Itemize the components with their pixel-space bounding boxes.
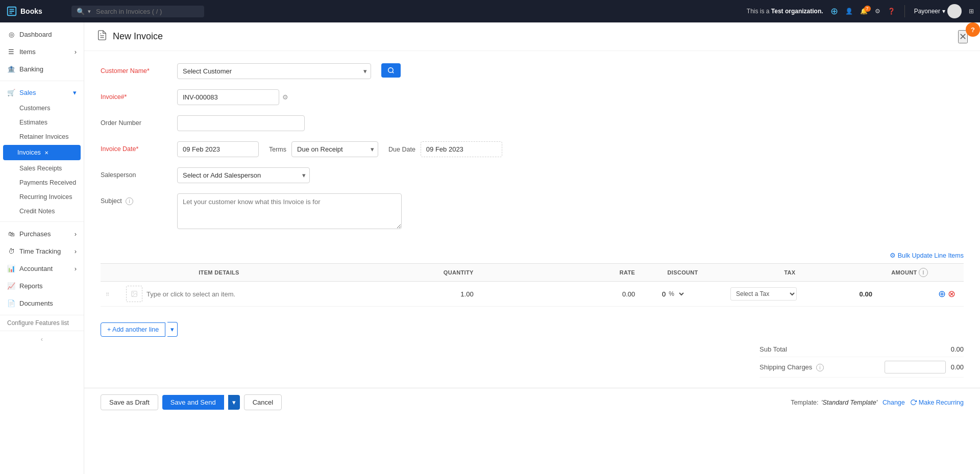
subject-textarea[interactable] <box>177 193 402 229</box>
time-tracking-chevron-icon: › <box>75 247 77 255</box>
sidebar-sub-item-recurring-invoices[interactable]: Recurring Invoices <box>0 190 84 204</box>
grid-icon-btn[interactable]: ⊞ <box>969 8 974 15</box>
make-recurring-link[interactable]: Make Recurring <box>910 399 964 406</box>
sidebar: ◎ Dashboard ☰ Items › 🏦 Banking 🛒 Sales … <box>0 22 84 474</box>
customer-search-button[interactable] <box>381 63 401 78</box>
invoice-num-row: Invoice#* ⚙ <box>101 89 964 105</box>
add-line-dropdown-button[interactable]: ▾ <box>167 322 178 337</box>
form-area: Customer Name* Select Customer ▾ Invoice… <box>84 51 980 252</box>
quantity-input[interactable] <box>322 290 474 298</box>
col-actions <box>933 264 964 282</box>
shipping-charges-input[interactable] <box>885 361 946 373</box>
sidebar-item-configure[interactable]: Configure Features list <box>0 315 84 331</box>
row-add-icon[interactable]: ⊕ <box>938 288 946 300</box>
col-amount-label: AMOUNT <box>891 269 917 276</box>
row-delete-icon[interactable]: ⊗ <box>948 288 955 300</box>
purchases-chevron-icon: › <box>75 230 77 238</box>
table-row: ⠿ <box>101 282 964 307</box>
save-draft-button[interactable]: Save as Draft <box>101 394 158 410</box>
user-name: Payoneer <box>914 8 940 15</box>
amount-col-info-icon[interactable]: i <box>919 268 928 277</box>
sidebar-item-label: Purchases <box>19 230 51 238</box>
order-number-input[interactable] <box>177 115 305 131</box>
salesperson-select[interactable]: Select or Add Salesperson <box>177 167 310 183</box>
invoice-date-input[interactable] <box>177 141 259 157</box>
sidebar-item-label: Documents <box>19 300 53 307</box>
item-text-input[interactable] <box>146 290 312 298</box>
discount-input[interactable] <box>645 290 666 298</box>
totals-section: Sub Total 0.00 Shipping Charges i 0.00 <box>84 342 980 388</box>
customer-name-label: Customer Name* <box>101 63 167 74</box>
sidebar-sub-item-retainer[interactable]: Retainer Invoices <box>0 130 84 144</box>
contacts-icon-btn[interactable]: 👤 <box>845 8 853 15</box>
quantity-cell <box>317 282 479 307</box>
sidebar-item-label: Accountant <box>19 265 53 272</box>
svg-line-4 <box>393 72 394 73</box>
col-discount: DISCOUNT <box>640 264 725 282</box>
sidebar-item-dashboard[interactable]: ◎ Dashboard <box>0 26 84 43</box>
customer-select[interactable]: Select Customer <box>177 63 371 79</box>
sidebar-item-sales[interactable]: 🛒 Sales ▾ <box>0 84 84 101</box>
customer-name-row: Customer Name* Select Customer ▾ <box>101 63 964 79</box>
due-date-input[interactable] <box>421 141 502 157</box>
tax-select[interactable]: Select a Tax CGST 9% SGST 9% IGST 18% <box>730 287 797 301</box>
invoice-header: New Invoice ✕ <box>84 22 980 51</box>
sidebar-collapse-btn[interactable]: ‹ <box>0 331 84 347</box>
sidebar-section-main: ◎ Dashboard ☰ Items › 🏦 Banking <box>0 22 84 81</box>
bulk-update-icon: ⚙ <box>890 252 896 259</box>
invoice-num-input[interactable] <box>177 89 279 105</box>
template-label: Template: 'Standard Template' <box>791 399 877 406</box>
sidebar-item-reports[interactable]: 📈 Reports <box>0 277 84 294</box>
terms-select[interactable]: Due on Receipt Net 15 Net 30 Net 45 Net … <box>291 141 378 157</box>
shipping-info-icon[interactable]: i <box>816 364 824 371</box>
rate-cell <box>479 282 641 307</box>
search-bar[interactable]: 🔍 ▾ <box>71 6 204 17</box>
due-date-group: Due Date <box>388 141 502 157</box>
order-number-label: Order Number <box>101 115 167 127</box>
sidebar-item-label: Time Tracking <box>19 247 61 255</box>
save-and-send-dropdown-button[interactable]: ▾ <box>228 395 240 410</box>
item-cell <box>126 286 312 302</box>
rate-input[interactable] <box>484 290 635 298</box>
col-drag <box>101 264 121 282</box>
sidebar-item-time-tracking[interactable]: ⏱ Time Tracking › <box>0 242 84 260</box>
sidebar-sub-item-customers[interactable]: Customers <box>0 101 84 115</box>
user-menu-btn[interactable]: Payoneer ▾ <box>914 4 962 18</box>
col-item-details: ITEM DETAILS <box>121 264 317 282</box>
help-floating-button[interactable]: ? <box>966 22 980 37</box>
subject-info-icon[interactable]: i <box>126 197 133 205</box>
sub-total-row: Sub Total 0.00 <box>760 342 964 357</box>
discount-type-select[interactable]: % flat <box>667 290 685 298</box>
subject-row: Subject i <box>101 193 964 229</box>
sidebar-item-accountant[interactable]: 📊 Accountant › <box>0 260 84 277</box>
sidebar-sub-item-label: Sales Receipts <box>19 165 62 172</box>
sidebar-sub-item-estimates[interactable]: Estimates <box>0 115 84 130</box>
drag-handle-icon[interactable]: ⠿ <box>106 292 109 297</box>
salesperson-select-wrapper: Select or Add Salesperson ▾ <box>177 167 310 183</box>
col-quantity: QUANTITY <box>317 264 479 282</box>
invoice-container: New Invoice ✕ Customer Name* Select Cust… <box>84 22 980 474</box>
change-template-link[interactable]: Change <box>883 399 905 406</box>
search-input[interactable] <box>96 8 188 15</box>
drag-handle-cell: ⠿ <box>101 282 121 307</box>
sidebar-item-banking[interactable]: 🏦 Banking <box>0 60 84 78</box>
add-another-line-button[interactable]: + Add another line <box>101 322 165 337</box>
cancel-button[interactable]: Cancel <box>244 394 282 410</box>
invoice-num-gear-icon[interactable]: ⚙ <box>282 93 288 101</box>
sidebar-item-purchases[interactable]: 🛍 Purchases › <box>0 225 84 242</box>
sidebar-sub-item-payments-received[interactable]: Payments Received <box>0 176 84 190</box>
settings-icon-btn[interactable]: ⚙ <box>875 8 880 15</box>
sidebar-item-documents[interactable]: 📄 Documents <box>0 294 84 312</box>
sidebar-sub-item-credit-notes[interactable]: Credit Notes <box>0 204 84 218</box>
sidebar-sub-item-sales-receipts[interactable]: Sales Receipts <box>0 161 84 176</box>
save-and-send-button[interactable]: Save and Send <box>162 395 224 410</box>
bulk-update-link[interactable]: ⚙ Bulk Update Line Items <box>890 252 964 259</box>
line-items-section: ⚙ Bulk Update Line Items ITEM DETAILS QU… <box>84 252 980 317</box>
add-icon-btn[interactable]: ⊕ <box>830 6 838 17</box>
row-actions-cell: ⊕ ⊗ <box>933 282 964 307</box>
sidebar-sub-item-invoices[interactable]: Invoices ✕ <box>3 145 81 160</box>
customer-select-wrapper: Select Customer ▾ <box>177 63 371 79</box>
bell-icon-btn[interactable]: 🔔7 <box>860 8 868 15</box>
help-icon-btn[interactable]: ❓ <box>888 8 895 15</box>
sidebar-item-items[interactable]: ☰ Items › <box>0 43 84 60</box>
